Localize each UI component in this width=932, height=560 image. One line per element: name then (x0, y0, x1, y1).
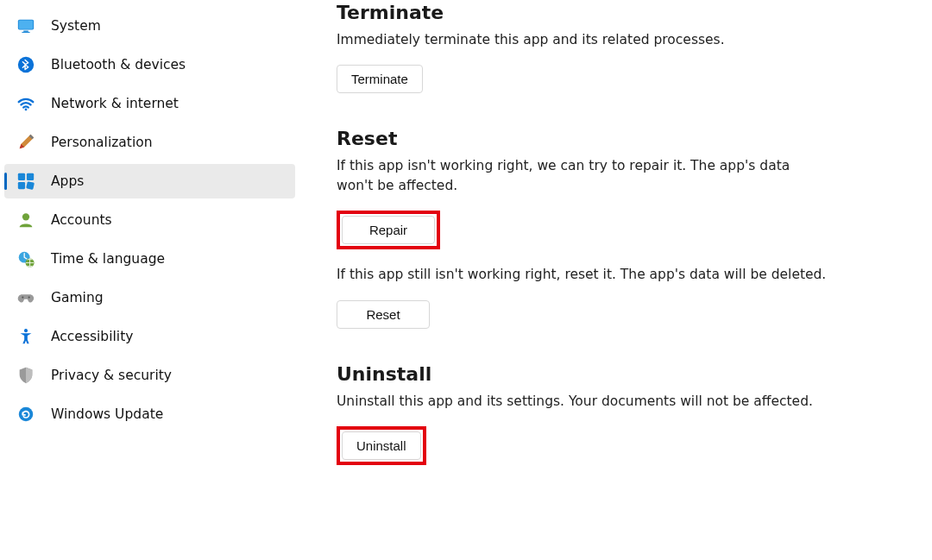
main-content: Terminate Immediately terminate this app… (302, 0, 932, 560)
terminate-heading: Terminate (337, 2, 897, 23)
paintbrush-icon (16, 133, 35, 152)
repair-highlight: Repair (337, 211, 440, 249)
sidebar-item-privacy[interactable]: Privacy & security (4, 358, 295, 393)
sidebar-item-label: Windows Update (51, 406, 163, 422)
sidebar-item-bluetooth[interactable]: Bluetooth & devices (4, 47, 295, 82)
svg-point-16 (19, 407, 34, 422)
accessibility-icon (16, 327, 35, 346)
uninstall-heading: Uninstall (337, 363, 897, 385)
update-icon (16, 405, 35, 424)
repair-button[interactable]: Repair (342, 216, 435, 244)
reset-description: If this app still isn't working right, r… (337, 265, 889, 284)
svg-rect-1 (19, 21, 34, 29)
terminate-section: Terminate Immediately terminate this app… (337, 2, 897, 93)
sidebar-item-label: Accounts (51, 212, 112, 228)
uninstall-highlight: Uninstall (337, 426, 426, 465)
reset-section: Reset If this app isn't working right, w… (337, 128, 897, 328)
bluetooth-icon (16, 55, 35, 74)
svg-point-10 (22, 213, 29, 220)
svg-point-13 (22, 296, 23, 298)
uninstall-section: Uninstall Uninstall this app and its set… (337, 363, 897, 465)
svg-rect-8 (18, 182, 25, 189)
shield-icon (16, 366, 35, 385)
svg-rect-7 (27, 173, 34, 180)
sidebar-item-label: Gaming (51, 290, 104, 305)
svg-point-5 (25, 109, 28, 111)
sidebar-item-label: Privacy & security (51, 368, 172, 383)
sidebar-item-time-language[interactable]: Time & language (4, 242, 295, 276)
terminate-button[interactable]: Terminate (337, 65, 423, 93)
sidebar-item-label: Network & internet (51, 96, 179, 111)
sidebar-item-gaming[interactable]: Gaming (4, 280, 295, 315)
settings-sidebar: System Bluetooth & devices Network & int… (0, 0, 302, 560)
sidebar-item-label: Apps (51, 173, 84, 189)
apps-icon (16, 172, 35, 191)
svg-point-14 (28, 296, 30, 298)
sidebar-item-label: Personalization (51, 135, 153, 150)
sidebar-item-accessibility[interactable]: Accessibility (4, 319, 295, 354)
gamepad-icon (16, 288, 35, 307)
sidebar-item-personalization[interactable]: Personalization (4, 125, 295, 160)
svg-rect-9 (26, 181, 35, 190)
svg-rect-6 (18, 173, 25, 180)
sidebar-item-label: Bluetooth & devices (51, 57, 186, 72)
uninstall-button[interactable]: Uninstall (342, 431, 421, 460)
sidebar-item-windows-update[interactable]: Windows Update (4, 397, 295, 431)
wifi-icon (16, 94, 35, 113)
sidebar-item-label: Time & language (51, 251, 165, 267)
reset-button[interactable]: Reset (337, 300, 430, 329)
sidebar-item-label: Accessibility (51, 329, 133, 344)
svg-point-15 (24, 329, 28, 332)
reset-heading: Reset (337, 128, 897, 149)
sidebar-item-system[interactable]: System (4, 9, 295, 43)
terminate-description: Immediately terminate this app and its r… (337, 30, 820, 49)
clock-globe-icon (16, 249, 35, 268)
sidebar-item-accounts[interactable]: Accounts (4, 203, 295, 237)
svg-rect-2 (23, 31, 28, 32)
monitor-icon (16, 16, 35, 35)
sidebar-item-apps[interactable]: Apps (4, 164, 295, 198)
sidebar-item-network[interactable]: Network & internet (4, 86, 295, 121)
svg-rect-3 (22, 32, 29, 33)
uninstall-description: Uninstall this app and its settings. You… (337, 392, 889, 411)
sidebar-item-label: System (51, 18, 101, 34)
repair-description: If this app isn't working right, we can … (337, 156, 820, 195)
person-icon (16, 211, 35, 230)
